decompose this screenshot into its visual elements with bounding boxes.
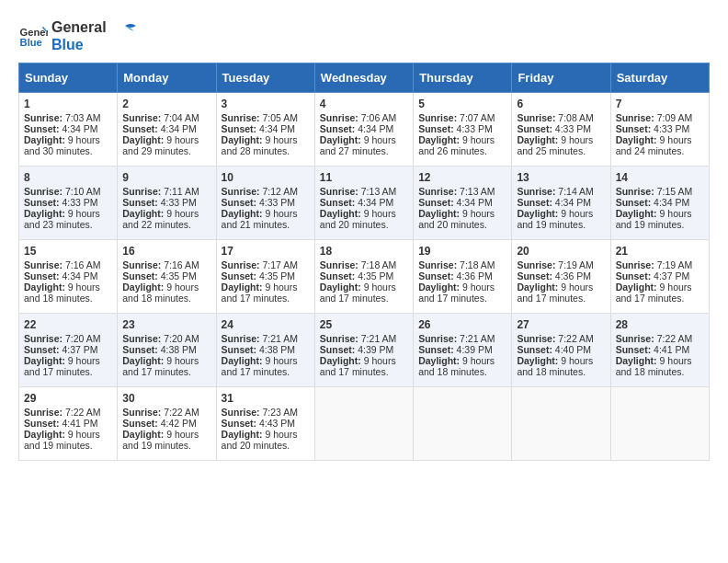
daylight-label: Daylight: — [517, 355, 561, 366]
sunset-time: 4:41 PM — [654, 344, 689, 355]
day-number: 27 — [517, 318, 605, 331]
sunrise-time: 7:23 AM — [263, 407, 299, 418]
day-number: 9 — [122, 171, 210, 184]
calendar-cell: 5Sunrise: 7:07 AMSunset: 4:33 PMDaylight… — [414, 93, 512, 167]
calendar-header-row: SundayMondayTuesdayWednesdayThursdayFrid… — [19, 63, 710, 93]
daylight-label: Daylight: — [24, 134, 68, 145]
sunset-label: Sunset: — [517, 197, 554, 208]
day-number: 20 — [517, 245, 605, 258]
daylight-label: Daylight: — [122, 208, 166, 219]
day-number: 30 — [122, 392, 210, 405]
weekday-header-thursday: Thursday — [414, 63, 512, 93]
day-number: 4 — [320, 98, 408, 110]
calendar-cell: 15Sunrise: 7:16 AMSunset: 4:34 PMDayligh… — [19, 240, 118, 314]
daylight-label: Daylight: — [222, 355, 266, 366]
sunrise-label: Sunrise: — [320, 259, 361, 270]
day-number: 8 — [24, 171, 112, 184]
sunset-time: 4:34 PM — [259, 123, 295, 134]
day-number: 18 — [320, 245, 408, 258]
sunset-label: Sunset: — [320, 270, 358, 282]
sunrise-time: 7:16 AM — [65, 259, 101, 270]
sunset-label: Sunset: — [122, 197, 160, 208]
sunset-time: 4:33 PM — [62, 197, 97, 208]
day-number: 14 — [616, 171, 704, 184]
daylight-label: Daylight: — [122, 429, 166, 440]
sunrise-label: Sunrise: — [616, 259, 657, 270]
day-number: 19 — [418, 245, 506, 258]
sunset-time: 4:33 PM — [654, 123, 689, 134]
weekday-header-saturday: Saturday — [610, 63, 709, 93]
sunrise-label: Sunrise: — [616, 333, 657, 344]
day-number: 1 — [24, 98, 112, 110]
calendar-cell: 19Sunrise: 7:18 AMSunset: 4:36 PMDayligh… — [414, 240, 512, 314]
day-number: 5 — [418, 98, 506, 110]
sunrise-label: Sunrise: — [222, 407, 263, 418]
sunrise-time: 7:06 AM — [361, 112, 397, 123]
sunrise-label: Sunrise: — [320, 186, 361, 197]
calendar-cell: 30Sunrise: 7:22 AMSunset: 4:42 PMDayligh… — [118, 387, 216, 461]
weekday-header-sunday: Sunday — [19, 63, 118, 93]
daylight-label: Daylight: — [222, 282, 266, 293]
weekday-header-wednesday: Wednesday — [314, 63, 413, 93]
sunrise-time: 7:05 AM — [263, 112, 299, 123]
sunrise-time: 7:11 AM — [164, 186, 199, 197]
sunset-time: 4:33 PM — [259, 197, 295, 208]
sunset-label: Sunset: — [616, 123, 654, 134]
calendar-cell — [610, 387, 709, 461]
sunrise-label: Sunrise: — [222, 259, 263, 270]
sunset-time: 4:41 PM — [62, 418, 97, 429]
sunset-time: 4:34 PM — [358, 197, 393, 208]
sunset-label: Sunset: — [418, 344, 456, 355]
sunset-time: 4:36 PM — [457, 270, 493, 282]
sunset-label: Sunset: — [222, 197, 259, 208]
daylight-label: Daylight: — [320, 208, 364, 219]
sunset-time: 4:37 PM — [62, 344, 97, 355]
sunset-label: Sunset: — [616, 344, 654, 355]
calendar-cell: 8Sunrise: 7:10 AMSunset: 4:33 PMDaylight… — [19, 167, 118, 240]
sunrise-time: 7:20 AM — [164, 333, 199, 344]
day-number: 24 — [222, 318, 310, 331]
sunset-label: Sunset: — [24, 123, 62, 134]
sunset-time: 4:34 PM — [555, 197, 591, 208]
sunrise-time: 7:19 AM — [558, 259, 594, 270]
sunset-label: Sunset: — [517, 344, 554, 355]
day-number: 10 — [222, 171, 310, 184]
day-number: 7 — [616, 98, 704, 110]
weekday-header-monday: Monday — [118, 63, 216, 93]
sunset-label: Sunset: — [320, 123, 358, 134]
logo-blue: Blue — [51, 36, 107, 53]
header: General Blue General Blue — [18, 18, 710, 53]
calendar-week-row: 29Sunrise: 7:22 AMSunset: 4:41 PMDayligh… — [19, 387, 710, 461]
sunrise-label: Sunrise: — [320, 112, 361, 123]
sunrise-time: 7:10 AM — [65, 186, 101, 197]
calendar-cell: 2Sunrise: 7:04 AMSunset: 4:34 PMDaylight… — [118, 93, 216, 167]
sunrise-label: Sunrise: — [24, 112, 65, 123]
sunset-time: 4:34 PM — [358, 123, 393, 134]
sunset-time: 4:33 PM — [457, 123, 493, 134]
calendar-cell: 18Sunrise: 7:18 AMSunset: 4:35 PMDayligh… — [314, 240, 413, 314]
sunset-label: Sunset: — [418, 123, 456, 134]
daylight-label: Daylight: — [418, 134, 462, 145]
sunset-label: Sunset: — [24, 270, 62, 282]
sunset-time: 4:38 PM — [161, 344, 197, 355]
day-number: 17 — [222, 245, 310, 258]
calendar-cell: 26Sunrise: 7:21 AMSunset: 4:39 PMDayligh… — [414, 314, 512, 387]
daylight-label: Daylight: — [616, 355, 660, 366]
logo-general: General — [51, 18, 107, 36]
calendar-cell: 9Sunrise: 7:11 AMSunset: 4:33 PMDaylight… — [118, 167, 216, 240]
sunrise-time: 7:21 AM — [263, 333, 299, 344]
sunset-time: 4:34 PM — [161, 123, 197, 134]
calendar-cell: 1Sunrise: 7:03 AMSunset: 4:34 PMDaylight… — [19, 93, 118, 167]
calendar-week-row: 8Sunrise: 7:10 AMSunset: 4:33 PMDaylight… — [19, 167, 710, 240]
calendar-cell: 14Sunrise: 7:15 AMSunset: 4:34 PMDayligh… — [610, 167, 709, 240]
calendar-cell — [314, 387, 413, 461]
svg-text:Blue: Blue — [20, 37, 42, 48]
sunrise-label: Sunrise: — [122, 186, 164, 197]
sunrise-time: 7:20 AM — [65, 333, 101, 344]
sunset-label: Sunset: — [320, 197, 358, 208]
sunrise-label: Sunrise: — [418, 333, 460, 344]
sunrise-label: Sunrise: — [24, 407, 65, 418]
daylight-label: Daylight: — [24, 429, 68, 440]
daylight-label: Daylight: — [517, 134, 561, 145]
sunset-time: 4:36 PM — [555, 270, 591, 282]
